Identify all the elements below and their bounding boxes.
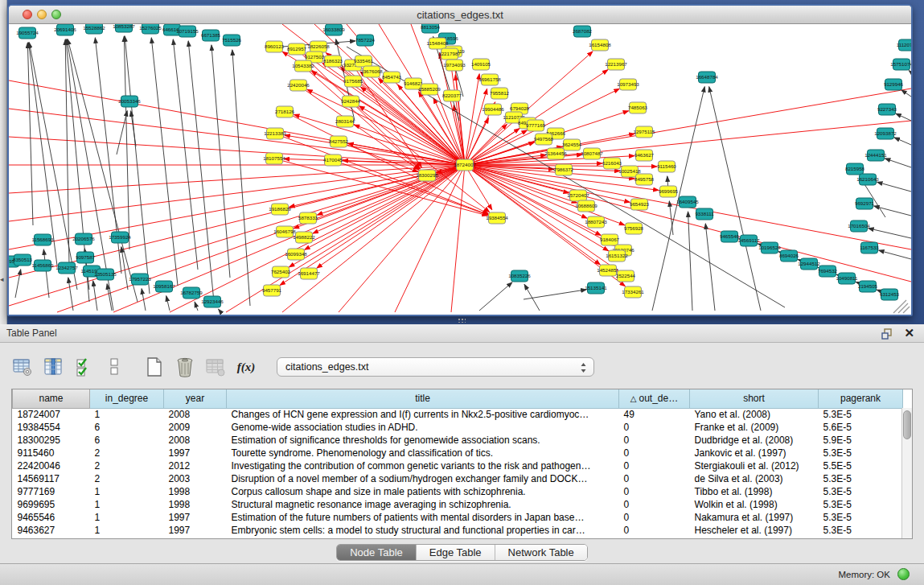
table-row[interactable]: 1872400712008Changes of HCN gene express…	[13, 408, 903, 421]
table-cell[interactable]: 19384554	[13, 421, 90, 434]
collapse-arrow-icon[interactable]: ◂	[0, 275, 4, 283]
table-row[interactable]: 946554611997Estimation of the future num…	[13, 511, 903, 524]
column-header-out_de[interactable]: △out_de…	[619, 389, 690, 408]
table-cell[interactable]: Corpus callosum shape and size in male p…	[227, 485, 619, 498]
table-cell[interactable]: 2008	[164, 408, 227, 421]
table-cell[interactable]: 5.9E-5	[819, 434, 903, 447]
network-view-window[interactable]: citations_edges.txt 18724007190557242069…	[7, 4, 913, 316]
table-cell[interactable]: de Silva et al. (2003)	[690, 472, 819, 485]
table-cell[interactable]: Franke et al. (2009)	[690, 421, 819, 434]
collapsed-west-panel-splitter[interactable]: ◂	[0, 0, 7, 324]
table-cell[interactable]: 0	[619, 524, 690, 537]
table-cell[interactable]: 2	[90, 472, 164, 485]
delete-table-icon[interactable]	[174, 356, 196, 378]
table-cell[interactable]: 2012	[164, 459, 227, 472]
table-cell[interactable]: Tibbo et al. (1998)	[690, 485, 819, 498]
table-cell[interactable]: 1997	[164, 511, 227, 524]
table-cell[interactable]: 1	[90, 408, 164, 421]
table-cell[interactable]: 6	[90, 434, 164, 447]
column-header-title[interactable]: title	[227, 389, 619, 408]
table-cell[interactable]: 2008	[164, 434, 227, 447]
graph-nodes[interactable]: 1872400719055724206914061552886210853287…	[9, 24, 911, 307]
table-cell[interactable]: 0	[619, 459, 690, 472]
table-cell[interactable]: 14569117	[13, 472, 90, 485]
table-cell[interactable]: Hescheler et al. (1997)	[690, 524, 819, 537]
table-cell[interactable]: 1	[90, 485, 164, 498]
scrollbar-thumb[interactable]	[903, 410, 911, 439]
table-cell[interactable]: 9115460	[13, 447, 90, 459]
table-cell[interactable]: 5.3E-5	[819, 524, 903, 537]
table-cell[interactable]: 0	[619, 472, 690, 485]
select-column-icon[interactable]	[42, 356, 64, 378]
table-cell[interactable]: 5.3E-5	[819, 408, 903, 421]
table-cell[interactable]: Structural magnetic resonance image aver…	[227, 498, 619, 511]
table-row[interactable]: 911546021997Tourette syndrome. Phenomeno…	[13, 447, 903, 459]
table-row[interactable]: 969969511998Structural magnetic resonanc…	[13, 498, 903, 511]
import-table-icon[interactable]	[204, 356, 227, 378]
splitter-grip[interactable]	[458, 318, 466, 323]
table-cell[interactable]: 0	[619, 447, 690, 459]
table-cell[interactable]: 1997	[164, 447, 227, 459]
float-panel-icon[interactable]	[881, 328, 893, 340]
close-panel-icon[interactable]: ✕	[904, 326, 914, 340]
column-header-short[interactable]: short	[690, 389, 819, 408]
table-cell[interactable]: 1	[90, 524, 164, 537]
table-cell[interactable]: 5.6E-5	[819, 421, 903, 434]
table-cell[interactable]: 0	[619, 498, 690, 511]
table-cell[interactable]: Stergiakouli et al. (2012)	[690, 459, 819, 472]
table-cell[interactable]: 2	[90, 447, 164, 459]
table-cell[interactable]: Disruption of a novel member of a sodium…	[227, 472, 619, 485]
column-header-in_degree[interactable]: in_degree	[90, 389, 164, 408]
tab-node-table[interactable]: Node Table	[337, 545, 417, 560]
table-cell[interactable]: 6	[90, 421, 164, 434]
memory-status-led-icon[interactable]	[897, 568, 910, 580]
table-cell[interactable]: 5.3E-5	[819, 447, 903, 459]
network-canvas[interactable]: 1872400719055724206914061552886210853287…	[9, 24, 911, 315]
table-cell[interactable]: Jankovic et al. (1997)	[690, 447, 819, 459]
table-cell[interactable]: 0	[619, 434, 690, 447]
table-cell[interactable]: 49	[619, 408, 690, 421]
column-header-year[interactable]: year	[164, 389, 227, 408]
table-row[interactable]: 1938455462009Genome-wide association stu…	[13, 421, 903, 434]
column-header-name[interactable]: name	[13, 389, 90, 408]
table-row[interactable]: 1830029562008Estimation of significance …	[13, 434, 903, 447]
table-cell[interactable]: Nakamura et al. (1997)	[690, 511, 819, 524]
table-vertical-scrollbar[interactable]	[901, 408, 912, 538]
table-cell[interactable]: 9777169	[13, 485, 90, 498]
deselect-rows-icon[interactable]	[103, 356, 125, 378]
tab-edge-table[interactable]: Edge Table	[417, 545, 495, 560]
table-cell[interactable]: 5.3E-5	[819, 511, 903, 524]
table-cell[interactable]: 9465546	[13, 511, 90, 524]
table-cell[interactable]: 2003	[164, 472, 227, 485]
tab-network-table[interactable]: Network Table	[495, 545, 587, 560]
table-cell[interactable]: Investigating the contribution of common…	[227, 459, 619, 472]
table-cell[interactable]: 5.3E-5	[819, 498, 903, 511]
network-window-titlebar[interactable]: citations_edges.txt	[9, 6, 911, 24]
new-table-icon[interactable]	[143, 356, 166, 378]
table-cell[interactable]: 5.3E-5	[819, 485, 903, 498]
table-cell[interactable]: Genome-wide association studies in ADHD.	[227, 421, 619, 434]
table-cell[interactable]: 1998	[164, 485, 227, 498]
table-cell[interactable]: 1998	[164, 498, 227, 511]
table-cell[interactable]: Changes of HCN gene expression and I(f) …	[227, 408, 619, 421]
table-cell[interactable]: 0	[619, 511, 690, 524]
table-cell[interactable]: 5.5E-5	[819, 459, 903, 472]
table-cell[interactable]: Estimation of the future numbers of pati…	[227, 511, 619, 524]
table-cell[interactable]: 9699695	[13, 498, 90, 511]
table-cell[interactable]: 22420046	[13, 459, 90, 472]
function-builder-icon[interactable]: f(x)	[235, 356, 257, 378]
table-cell[interactable]: Tourette syndrome. Phenomenology and cla…	[227, 447, 619, 459]
table-cell[interactable]: 1	[90, 511, 164, 524]
table-cell[interactable]: 2009	[164, 421, 227, 434]
table-cell[interactable]: 2	[90, 459, 164, 472]
network-graph-svg[interactable]: 1872400719055724206914061552886210853287…	[9, 24, 911, 315]
table-cell[interactable]: 1997	[164, 524, 227, 537]
table-cell[interactable]: Wolkin et al. (1998)	[690, 498, 819, 511]
table-cell[interactable]: Estimation of significance thresholds fo…	[227, 434, 619, 447]
table-selector-dropdown[interactable]: citations_edges.txt	[277, 357, 594, 377]
table-cell[interactable]: 18724007	[13, 408, 90, 421]
table-cell[interactable]: 5.3E-5	[819, 472, 903, 485]
table-cell[interactable]: 1	[90, 498, 164, 511]
table-cell[interactable]: 0	[619, 421, 690, 434]
table-cell[interactable]: 9463627	[13, 524, 90, 537]
